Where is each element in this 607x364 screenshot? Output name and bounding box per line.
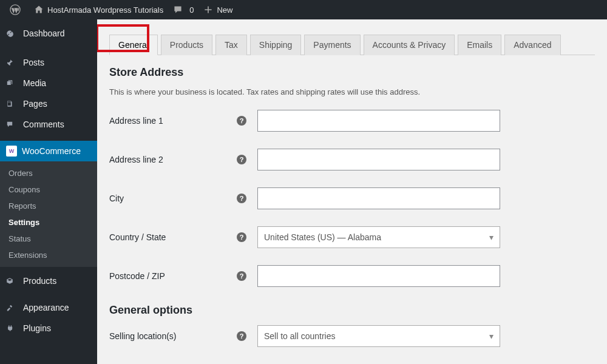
- chevron-down-icon: ▾: [489, 232, 493, 242]
- help-icon[interactable]: ?: [237, 232, 246, 242]
- section-title-store-address: Store Address: [109, 66, 595, 79]
- help-icon[interactable]: ?: [237, 194, 246, 203]
- help-icon[interactable]: ?: [237, 271, 246, 281]
- appearance-icon: [6, 302, 18, 314]
- sidebar-item-woocommerce[interactable]: W WooCommerce: [0, 141, 97, 161]
- comments-count: 0: [189, 5, 194, 15]
- settings-tabs: General Products Tax Shipping Payments A…: [109, 34, 595, 55]
- help-icon[interactable]: ?: [237, 116, 246, 126]
- submenu-reports[interactable]: Reports: [0, 198, 97, 214]
- home-icon: [34, 5, 44, 15]
- submenu-orders[interactable]: Orders: [0, 165, 97, 181]
- submenu-settings[interactable]: Settings: [0, 214, 97, 231]
- section-title-general-options: General options: [109, 304, 595, 317]
- admin-sidebar: Dashboard Posts Media Pages Comments W W…: [0, 19, 97, 364]
- wordpress-logo[interactable]: [5, 0, 29, 19]
- sidebar-item-posts[interactable]: Posts: [0, 52, 97, 73]
- pin-icon: [6, 56, 18, 69]
- sidebar-item-label: Appearance: [23, 303, 69, 312]
- sidebar-item-comments[interactable]: Comments: [0, 114, 97, 135]
- dashboard-icon: [6, 27, 18, 39]
- input-address2[interactable]: [257, 149, 500, 170]
- sidebar-item-pages[interactable]: Pages: [0, 93, 97, 114]
- wordpress-icon: [10, 4, 21, 15]
- tab-general[interactable]: General: [109, 35, 158, 55]
- submenu-extensions[interactable]: Extensions: [0, 247, 97, 263]
- sidebar-item-label: WooCommerce: [22, 146, 81, 156]
- help-icon[interactable]: ?: [237, 331, 246, 341]
- label-postcode: Postcode / ZIP: [109, 271, 237, 281]
- input-postcode[interactable]: [257, 265, 500, 287]
- tab-shipping[interactable]: Shipping: [250, 35, 302, 55]
- sidebar-item-products[interactable]: Products: [0, 271, 97, 291]
- label-selling-locations: Selling location(s): [109, 331, 237, 341]
- field-country-state: Country / State ? United States (US) — A…: [109, 226, 595, 248]
- field-address-line-1: Address line 1 ?: [109, 110, 595, 132]
- tab-payments[interactable]: Payments: [304, 35, 360, 55]
- select-country-state[interactable]: United States (US) — Alabama ▾: [257, 226, 500, 248]
- tab-emails[interactable]: Emails: [458, 35, 501, 55]
- sidebar-item-label: Comments: [23, 120, 64, 129]
- select-value: United States (US) — Alabama: [264, 232, 381, 242]
- tab-accounts[interactable]: Accounts & Privacy: [364, 35, 455, 55]
- sidebar-item-label: Pages: [23, 99, 47, 109]
- plugins-icon: [6, 322, 18, 334]
- label-country: Country / State: [109, 232, 237, 242]
- sidebar-item-dashboard[interactable]: Dashboard: [0, 19, 97, 47]
- sidebar-item-plugins[interactable]: Plugins: [0, 318, 97, 339]
- tab-advanced[interactable]: Advanced: [504, 35, 560, 55]
- chevron-down-icon: ▾: [489, 331, 493, 341]
- field-selling-locations: Selling location(s) ? Sell to all countr…: [109, 325, 595, 347]
- select-selling-locations[interactable]: Sell to all countries ▾: [257, 325, 500, 347]
- help-icon[interactable]: ?: [237, 155, 246, 164]
- sidebar-item-media[interactable]: Media: [0, 73, 97, 93]
- comment-icon: [173, 5, 183, 15]
- input-address1[interactable]: [257, 110, 500, 132]
- site-home-link[interactable]: HostArmada Wordpress Tutorials: [29, 0, 168, 19]
- field-address-line-2: Address line 2 ?: [109, 149, 595, 170]
- woocommerce-submenu: Orders Coupons Reports Settings Status E…: [0, 161, 97, 267]
- admin-bar: HostArmada Wordpress Tutorials 0 New: [0, 0, 607, 19]
- woocommerce-icon: W: [6, 146, 17, 157]
- section-description: This is where your business is located. …: [109, 87, 595, 96]
- media-icon: [6, 77, 18, 89]
- comments-link[interactable]: 0: [168, 0, 198, 19]
- label-address1: Address line 1: [109, 116, 237, 126]
- plus-icon: [203, 5, 213, 15]
- sidebar-item-label: Dashboard: [23, 29, 65, 38]
- field-city: City ?: [109, 187, 595, 209]
- page-icon: [6, 98, 18, 110]
- tab-products[interactable]: Products: [161, 35, 212, 55]
- new-content-link[interactable]: New: [198, 0, 237, 19]
- submenu-status[interactable]: Status: [0, 231, 97, 247]
- tab-tax[interactable]: Tax: [215, 35, 247, 55]
- field-postcode: Postcode / ZIP ?: [109, 265, 595, 287]
- sidebar-item-label: Posts: [23, 58, 44, 67]
- products-icon: [6, 275, 18, 287]
- main-content: General Products Tax Shipping Payments A…: [97, 19, 607, 364]
- sidebar-item-appearance[interactable]: Appearance: [0, 297, 97, 318]
- site-title: HostArmada Wordpress Tutorials: [47, 5, 163, 15]
- sidebar-item-label: Products: [23, 276, 56, 286]
- label-city: City: [109, 194, 237, 203]
- select-value: Sell to all countries: [264, 331, 336, 341]
- submenu-coupons[interactable]: Coupons: [0, 181, 97, 198]
- new-label: New: [217, 5, 232, 15]
- comment-icon: [6, 118, 18, 130]
- sidebar-item-label: Media: [23, 78, 46, 88]
- input-city[interactable]: [257, 187, 500, 209]
- label-address2: Address line 2: [109, 155, 237, 164]
- sidebar-item-label: Plugins: [23, 323, 51, 333]
